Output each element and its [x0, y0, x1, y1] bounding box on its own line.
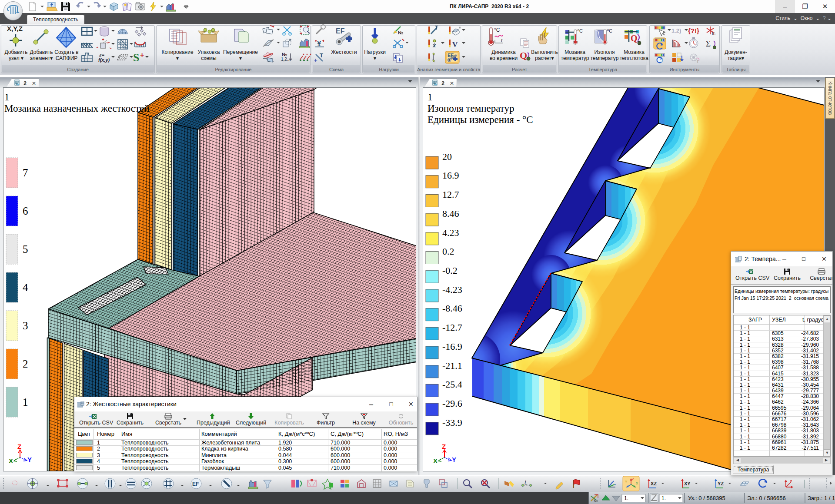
svg-text:-4.23: -4.23: [442, 284, 462, 295]
svg-text:X: X: [636, 481, 638, 485]
svg-text:YZ: YZ: [718, 481, 724, 486]
svg-text:°C: °C: [494, 27, 500, 33]
svg-text:20: 20: [434, 83, 437, 86]
svg-text:ºC: ºC: [607, 28, 612, 33]
svg-text:Q: Q: [631, 33, 638, 43]
svg-text:t: t: [697, 59, 698, 63]
svg-text:X: X: [433, 457, 438, 464]
svg-text:Изополя температур: Изополя температур: [428, 103, 514, 114]
svg-text:1.2): 1.2): [671, 27, 681, 34]
svg-text:-21.1: -21.1: [442, 360, 462, 371]
svg-text:4: 4: [23, 282, 28, 293]
svg-text:16.9: 16.9: [442, 170, 459, 181]
svg-text:Загр.: 1 / 1: Загр.: 1 / 1: [808, 495, 835, 501]
svg-text:1.: 1.: [661, 495, 666, 501]
svg-text:-25.4: -25.4: [442, 379, 462, 390]
svg-text:№: №: [282, 52, 287, 57]
svg-text:Y: Y: [625, 480, 628, 484]
svg-text:1.: 1.: [624, 495, 628, 501]
svg-text:z=: z=: [99, 52, 105, 57]
svg-text:Σ: Σ: [706, 39, 711, 48]
svg-text:t: t: [501, 38, 503, 43]
svg-text:-33.9: -33.9: [442, 417, 462, 428]
svg-text:-12.7: -12.7: [442, 322, 462, 333]
svg-text:-0.2: -0.2: [442, 265, 458, 276]
svg-text:tc: tc: [712, 31, 715, 36]
svg-text:Мозаика назначенных жесткостей: Мозаика назначенных жесткостей: [4, 103, 150, 114]
svg-text:T: T: [435, 25, 438, 31]
svg-text:XZ: XZ: [651, 481, 657, 486]
svg-text:f(x,y): f(x,y): [98, 57, 110, 63]
svg-text:1: 1: [23, 396, 28, 408]
svg-text:Z: Z: [17, 443, 21, 450]
svg-text:EF: EF: [192, 481, 199, 487]
svg-text:4.23: 4.23: [442, 227, 459, 238]
svg-text:8.46: 8.46: [442, 208, 459, 219]
svg-text:Уз.: 0 / 568395: Уз.: 0 / 568395: [688, 495, 725, 501]
svg-text:Q: Q: [520, 50, 527, 61]
svg-text:Эл.: 0 / 586656: Эл.: 0 / 586656: [747, 495, 786, 501]
svg-text:EF: EF: [336, 27, 345, 35]
svg-text:ºC: ºC: [578, 28, 583, 33]
svg-text:1: 1: [4, 92, 10, 103]
svg-text:{?!}: {?!}: [688, 27, 699, 34]
svg-text:X: X: [9, 457, 13, 464]
svg-text:12.7: 12.7: [442, 189, 459, 200]
svg-text:20: 20: [16, 83, 19, 86]
svg-text:№: №: [594, 499, 598, 503]
svg-text:1,2...: 1,2...: [281, 57, 291, 62]
svg-text:7: 7: [23, 167, 28, 179]
svg-text:V: V: [452, 40, 458, 49]
svg-text:-16.9: -16.9: [442, 341, 462, 352]
svg-text:+: +: [140, 51, 144, 59]
svg-text:0.2: 0.2: [442, 246, 454, 257]
svg-text:Единицы измерения - °С: Единицы измерения - °С: [428, 114, 533, 125]
svg-text:Y: Y: [27, 456, 32, 463]
svg-text:№: №: [398, 30, 403, 35]
svg-text:Z: Z: [632, 477, 634, 481]
svg-text:1: 1: [428, 92, 433, 103]
svg-text:T: T: [320, 52, 323, 59]
svg-text:S: S: [133, 51, 139, 64]
svg-text:Z: Z: [442, 443, 446, 450]
svg-text:5: 5: [23, 243, 28, 255]
svg-text:2: 2: [23, 358, 28, 370]
svg-text:X,Y,Z: X,Y,Z: [7, 25, 23, 32]
svg-text:20: 20: [442, 151, 452, 162]
svg-text:6: 6: [23, 205, 28, 217]
svg-text:+: +: [314, 57, 317, 63]
svg-text:-8.46: -8.46: [442, 303, 462, 314]
svg-text:XY: XY: [684, 481, 691, 486]
svg-text:L: L: [524, 479, 528, 486]
svg-text:3: 3: [23, 320, 28, 332]
svg-text:¥: ¥: [317, 40, 321, 48]
svg-text:Y: Y: [452, 456, 456, 463]
svg-text:-29.6: -29.6: [442, 398, 462, 409]
